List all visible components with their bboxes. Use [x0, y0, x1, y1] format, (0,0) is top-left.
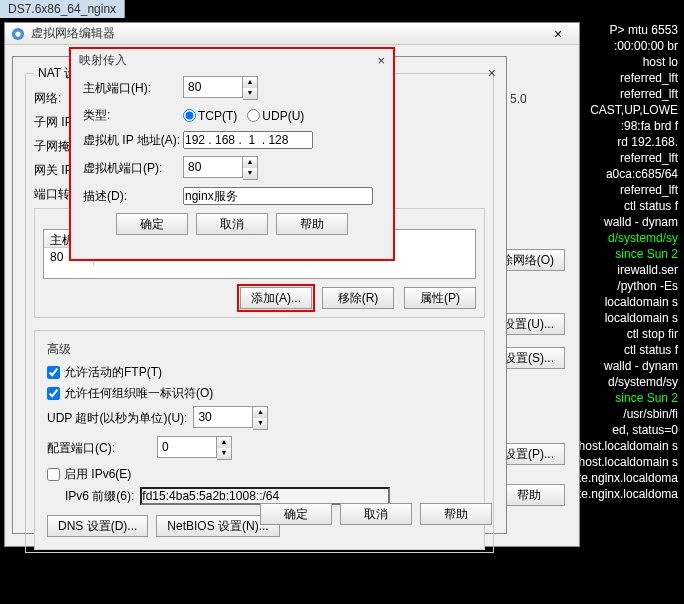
allow-org-checkbox[interactable]	[47, 387, 60, 400]
enable-ipv6-checkbox[interactable]	[47, 468, 60, 481]
tab-nginx[interactable]: DS7.6x86_64_nginx	[0, 0, 125, 18]
app-icon	[11, 27, 25, 41]
spinner-up-icon[interactable]: ▲	[243, 77, 257, 88]
spinner-up-icon[interactable]: ▲	[217, 437, 231, 448]
udp-radio[interactable]	[247, 109, 260, 122]
enable-ipv6-label: 启用 IPv6(E)	[64, 466, 131, 483]
vm-ip-input[interactable]	[183, 131, 313, 149]
ver-text: 5.0	[510, 92, 527, 106]
vm-port-spinner[interactable]: ▲▼	[183, 156, 258, 180]
config-port-spinner[interactable]: ▲▼	[157, 436, 232, 460]
desc-input[interactable]	[183, 187, 373, 205]
spinner-down-icon[interactable]: ▼	[217, 448, 231, 459]
tcp-radio-label[interactable]: TCP(T)	[183, 109, 237, 123]
config-port-label: 配置端口(C):	[47, 440, 115, 457]
map-help-button[interactable]: 帮助	[276, 213, 348, 235]
svg-point-1	[15, 31, 20, 36]
vm-ip-label: 虚拟机 IP 地址(A):	[83, 132, 183, 149]
spinner-up-icon[interactable]: ▲	[243, 157, 257, 168]
udp-timeout-input[interactable]	[193, 406, 253, 428]
spinner-up-icon[interactable]: ▲	[253, 407, 267, 418]
nat-close-icon[interactable]: ×	[488, 65, 496, 81]
tcp-radio[interactable]	[183, 109, 196, 122]
help-button[interactable]: 帮助	[420, 503, 492, 525]
props-button[interactable]: 属性(P)	[404, 287, 476, 309]
udp-timeout-label: UDP 超时(以秒为单位)(U):	[47, 410, 187, 427]
type-label: 类型:	[83, 107, 183, 124]
map-incoming-dialog: 映射传入 × 主机端口(H): ▲▼ 类型: TCP(T) UDP(U) 虚拟机…	[70, 48, 394, 260]
allow-org-label: 允许任何组织唯一标识符(O)	[64, 385, 213, 402]
map-ok-button[interactable]: 确定	[116, 213, 188, 235]
spinner-down-icon[interactable]: ▼	[243, 88, 257, 99]
tab-bar: DS7.6x86_64_nginx	[0, 0, 125, 18]
host-port-spinner[interactable]: ▲▼	[183, 76, 258, 100]
allow-ftp-label: 允许活动的FTP(T)	[64, 364, 162, 381]
cancel-button[interactable]: 取消	[340, 503, 412, 525]
map-close-icon[interactable]: ×	[377, 53, 385, 68]
add-button[interactable]: 添加(A)...	[240, 287, 312, 309]
host-port-label: 主机端口(H):	[83, 80, 183, 97]
vm-port-input[interactable]	[183, 156, 243, 178]
spinner-down-icon[interactable]: ▼	[243, 168, 257, 179]
ok-button[interactable]: 确定	[260, 503, 332, 525]
vm-port-label: 虚拟机端口(P):	[83, 160, 183, 177]
host-port-input[interactable]	[183, 76, 243, 98]
dns-settings-button[interactable]: DNS 设置(D)...	[47, 515, 148, 537]
desc-label: 描述(D):	[83, 188, 183, 205]
map-title-text: 映射传入	[79, 53, 127, 67]
editor-title: 虚拟网络编辑器	[31, 25, 543, 42]
map-cancel-button[interactable]: 取消	[196, 213, 268, 235]
udp-radio-label[interactable]: UDP(U)	[247, 109, 304, 123]
udp-timeout-spinner[interactable]: ▲▼	[193, 406, 268, 430]
spinner-down-icon[interactable]: ▼	[253, 418, 267, 429]
allow-ftp-checkbox[interactable]	[47, 366, 60, 379]
editor-title-bar: 虚拟网络编辑器 ×	[5, 23, 579, 45]
remove-button[interactable]: 移除(R)	[322, 287, 394, 309]
advanced-title: 高级	[47, 341, 472, 358]
ipv6-prefix-label: IPv6 前缀(6):	[65, 488, 134, 505]
close-icon[interactable]: ×	[543, 26, 573, 42]
config-port-input[interactable]	[157, 436, 217, 458]
